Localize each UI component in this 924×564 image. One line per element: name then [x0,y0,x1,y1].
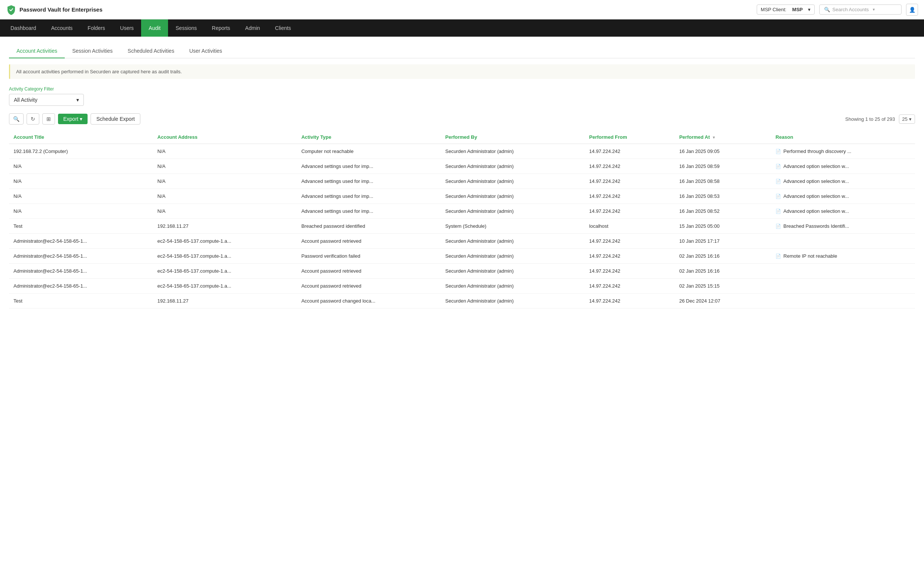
table-row[interactable]: N/AN/AAdvanced settings used for imp...S… [9,159,915,174]
table-body: 192.168.72.2 (Computer)N/AComputer not r… [9,144,915,308]
nav-item-clients[interactable]: Clients [268,19,298,37]
search-icon: 🔍 [13,116,20,122]
toolbar: 🔍 ↻ ⊞ Export ▾ Schedule Export Showing 1… [9,113,915,124]
col-activity-type[interactable]: Activity Type [297,130,441,144]
nav-item-users[interactable]: Users [112,19,141,37]
cell-account-address: N/A [153,174,297,189]
cell-performed-at: 16 Jan 2025 08:53 [675,189,771,204]
cell-performed-at: 02 Jan 2025 15:15 [675,279,771,293]
col-account-address[interactable]: Account Address [153,130,297,144]
refresh-icon: ↻ [31,116,35,122]
cell-account-title: Test [9,293,153,308]
filter-label: Activity Category Filter [9,87,915,92]
cell-performed-from: 14.97.224.242 [585,189,675,204]
reason-text: Advanced option selection w... [783,193,849,199]
refresh-button[interactable]: ↻ [27,113,39,124]
cell-performed-from: localhost [585,219,675,234]
cell-performed-from: 14.97.224.242 [585,293,675,308]
doc-icon: 📄 [776,149,781,154]
cell-account-title: Administrator@ec2-54-158-65-1... [9,234,153,249]
table-row[interactable]: N/AN/AAdvanced settings used for imp...S… [9,174,915,189]
chevron-down-icon: ▾ [76,97,79,103]
sort-icon: ▼ [712,135,716,139]
shield-icon [6,4,16,15]
nav-item-admin[interactable]: Admin [238,19,268,37]
cell-activity-type: Computer not reachable [297,144,441,159]
cell-performed-from: 14.97.224.242 [585,279,675,293]
col-performed-by[interactable]: Performed By [441,130,585,144]
nav-bar: Dashboard Accounts Folders Users Audit S… [0,19,924,37]
table-row[interactable]: Administrator@ec2-54-158-65-1...ec2-54-1… [9,264,915,279]
filter-selected-value: All Activity [14,97,38,103]
col-performed-from[interactable]: Performed From [585,130,675,144]
chevron-down-icon: ▾ [909,116,912,122]
cell-account-address: ec2-54-158-65-137.compute-1.a... [153,249,297,264]
user-icon: 👤 [909,7,915,13]
nav-item-audit[interactable]: Audit [141,19,168,37]
tab-account-activities[interactable]: Account Activities [9,44,65,58]
activity-table: Account Title Account Address Activity T… [9,130,915,308]
nav-item-sessions[interactable]: Sessions [168,19,204,37]
tab-user-activities[interactable]: User Activities [182,44,230,58]
col-performed-at[interactable]: Performed At ▼ [675,130,771,144]
table-row[interactable]: Test192.168.11.27Account password change… [9,293,915,308]
cell-performed-at: 16 Jan 2025 08:52 [675,204,771,219]
cell-performed-from: 14.97.224.242 [585,249,675,264]
cell-reason: 📄Advanced option selection w... [771,204,915,219]
cell-account-title: Test [9,219,153,234]
cell-account-title: N/A [9,189,153,204]
tab-session-activities[interactable]: Session Activities [65,44,120,58]
col-reason[interactable]: Reason [771,130,915,144]
info-banner: All account activities performed in Secu… [9,64,915,79]
search-bar[interactable]: 🔍 Search Accounts ▾ [819,4,902,15]
search-placeholder: Search Accounts [832,7,869,12]
page-size-selector[interactable]: 25 ▾ [899,114,915,124]
columns-icon: ⊞ [46,116,51,122]
cell-performed-at: 16 Jan 2025 09:05 [675,144,771,159]
msp-selector[interactable]: MSP Client: MSP ▾ [757,4,815,15]
cell-activity-type: Account password retrieved [297,279,441,293]
nav-item-folders[interactable]: Folders [80,19,112,37]
schedule-export-button[interactable]: Schedule Export [91,113,140,124]
cell-reason: 📄Breached Passwords Identifi... [771,219,915,234]
table-row[interactable]: 192.168.72.2 (Computer)N/AComputer not r… [9,144,915,159]
table-row[interactable]: Administrator@ec2-54-158-65-1...ec2-54-1… [9,279,915,293]
cell-performed-by: Securden Administrator (admin) [441,234,585,249]
activity-filter-dropdown[interactable]: All Activity ▾ [9,94,84,106]
cell-account-address: ec2-54-158-65-137.compute-1.a... [153,234,297,249]
cell-performed-from: 14.97.224.242 [585,159,675,174]
nav-item-accounts[interactable]: Accounts [44,19,81,37]
cell-account-title: N/A [9,204,153,219]
nav-item-reports[interactable]: Reports [204,19,238,37]
nav-item-dashboard[interactable]: Dashboard [3,19,44,37]
cell-performed-at: 02 Jan 2025 16:16 [675,264,771,279]
doc-icon: 📄 [776,224,781,229]
cell-activity-type: Advanced settings used for imp... [297,174,441,189]
tab-scheduled-activities[interactable]: Scheduled Activities [120,44,182,58]
cell-performed-from: 14.97.224.242 [585,234,675,249]
search-button[interactable]: 🔍 [9,113,24,124]
cell-performed-from: 14.97.224.242 [585,174,675,189]
table-row[interactable]: N/AN/AAdvanced settings used for imp...S… [9,204,915,219]
msp-label: MSP Client: [761,7,786,12]
table-row[interactable]: Administrator@ec2-54-158-65-1...ec2-54-1… [9,249,915,264]
col-account-title[interactable]: Account Title [9,130,153,144]
columns-button[interactable]: ⊞ [42,113,55,124]
table-row[interactable]: Administrator@ec2-54-158-65-1...ec2-54-1… [9,234,915,249]
cell-reason: 📄Advanced option selection w... [771,159,915,174]
export-button[interactable]: Export ▾ [58,114,88,124]
doc-icon: 📄 [776,179,781,184]
search-icon: 🔍 [824,7,830,12]
reason-text: Advanced option selection w... [783,178,849,184]
user-avatar[interactable]: 👤 [906,4,918,16]
cell-performed-by: Securden Administrator (admin) [441,144,585,159]
cell-performed-from: 14.97.224.242 [585,204,675,219]
cell-performed-at: 16 Jan 2025 08:59 [675,159,771,174]
table-row[interactable]: Test192.168.11.27Breached password ident… [9,219,915,234]
top-right-controls: MSP Client: MSP ▾ 🔍 Search Accounts ▾ 👤 [757,4,918,16]
doc-icon: 📄 [776,254,781,259]
chevron-down-icon: ▾ [80,116,82,122]
cell-activity-type: Advanced settings used for imp... [297,189,441,204]
cell-performed-at: 15 Jan 2025 05:00 [675,219,771,234]
table-row[interactable]: N/AN/AAdvanced settings used for imp...S… [9,189,915,204]
